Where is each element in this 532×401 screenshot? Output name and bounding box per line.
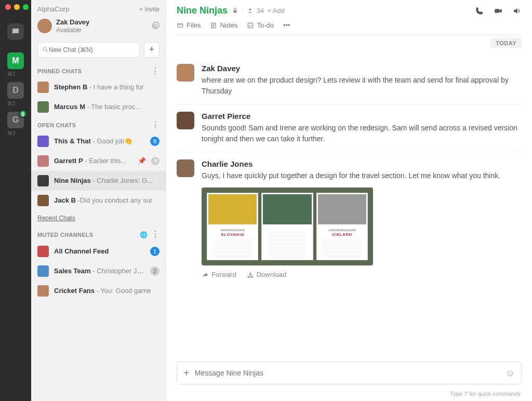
chat-item[interactable]: Nine Ninjas - Charlie Jones: G... [31, 171, 166, 191]
chat-name: Garrett P [54, 157, 83, 165]
chat-item[interactable]: Jack B -Did you conduct any sur [31, 191, 166, 210]
message-text: where are we on the product design? Lets… [202, 75, 522, 97]
chat-name: Sales Team [54, 267, 91, 275]
design-card: LANDMANNALAUGARICELAND [316, 193, 368, 260]
message: Garret PierceSounds good! Sam and Irene … [177, 104, 522, 152]
chat-text: This & That - Good job👏 [54, 137, 145, 145]
attach-icon[interactable]: + [183, 367, 190, 379]
conversation-pane: Nine Ninjas · 34 + Add Files Notes To-do [166, 0, 532, 401]
user-avatar [37, 19, 52, 33]
svg-point-3 [249, 8, 251, 10]
user-status: Available [56, 26, 151, 34]
workspace-shortcut: ⌘1 [7, 71, 24, 77]
attachment-preview[interactable]: TATRA MOUNTAINSSLOVAKIALANDMANNALAUGARIC… [202, 188, 373, 265]
workspace-shortcut: ⌘3 [7, 130, 24, 136]
chat-item[interactable]: Stephen B - I have a thing for [31, 77, 166, 97]
current-user[interactable]: Zak Davey Available [31, 15, 166, 37]
chat-avatar [37, 82, 49, 93]
maximize-window-icon[interactable] [23, 4, 29, 10]
chat-preview: - You: Good game [95, 287, 151, 295]
chat-item[interactable]: Marcus M - The basic proc... [31, 97, 166, 117]
download-button[interactable]: Download [247, 271, 287, 278]
chat-text: Jack B -Did you conduct any sur [54, 196, 159, 204]
message-avatar [177, 112, 194, 129]
tab-files[interactable]: Files [177, 21, 201, 29]
forward-button[interactable]: Forward [202, 271, 236, 278]
new-chat-button[interactable]: + [144, 42, 159, 58]
chat-item[interactable]: Sales Team - Christopher J: d.2 [31, 261, 166, 281]
search-input[interactable] [49, 46, 135, 54]
unread-badge: 8 [150, 137, 159, 146]
tab-todo[interactable]: To-do [247, 21, 274, 29]
chat-item[interactable]: All Channel Feed1 [31, 242, 166, 261]
workspace-g[interactable]: G8 [7, 112, 24, 128]
sidebar: AlphaCorp + Invite Zak Davey Available +… [31, 0, 166, 401]
message-avatar [177, 159, 194, 177]
chat-name: Cricket Fans [54, 287, 95, 295]
globe-icon[interactable]: 🌐 [140, 231, 148, 238]
message-author: Zak Davey [202, 64, 522, 73]
svg-rect-4 [495, 9, 499, 13]
volume-icon[interactable] [512, 6, 522, 16]
chat-home-icon[interactable] [7, 23, 24, 40]
chat-item[interactable]: This & That - Good job👏8 [31, 131, 166, 151]
workspace-shortcut: ⌘2 [7, 101, 24, 106]
message-text: Guys, I have quickly put together a desi… [202, 170, 522, 181]
chat-avatar [37, 101, 49, 113]
emoji-icon[interactable]: ☺ [506, 368, 515, 379]
date-separator: TODAY [490, 38, 522, 48]
muted-menu-icon[interactable]: ⋮ [151, 230, 159, 238]
chat-item[interactable]: Cricket Fans - You: Good game [31, 281, 166, 301]
chat-text: Stephen B - I have a thing for [54, 83, 159, 91]
message-composer[interactable]: + ☺ [177, 362, 522, 384]
svg-rect-11 [248, 23, 253, 28]
chat-text: Garrett P - Earlier this... [54, 157, 132, 165]
chat-preview: - Earlier this... [83, 157, 127, 165]
chat-avatar [37, 246, 49, 257]
window-controls[interactable] [5, 4, 29, 10]
close-window-icon[interactable] [5, 4, 11, 10]
message: Zak Daveywhere are we on the product des… [177, 57, 522, 104]
chat-preview: - Christopher J: d. [91, 267, 145, 275]
message-text: Sounds good! Sam and Irene are working o… [202, 123, 522, 144]
notes-icon [210, 22, 217, 29]
member-count: 34 [257, 7, 264, 15]
pin-icon[interactable]: 📌 [138, 157, 146, 165]
chat-preview: - I have a thing for [87, 83, 143, 91]
open-header: OPEN CHATS [37, 122, 76, 128]
invite-button[interactable]: + Invite [139, 6, 159, 13]
chat-avatar [37, 285, 49, 297]
search-icon [42, 46, 49, 53]
chat-avatar [37, 175, 49, 186]
chat-name: All Channel Feed [54, 247, 109, 255]
chat-item[interactable]: Garrett P - Earlier this...📌✕ [31, 151, 166, 171]
minimize-window-icon[interactable] [14, 4, 20, 10]
composer-hint: Type '/' for quick commands [166, 390, 532, 401]
channel-title[interactable]: Nine Ninjas [177, 5, 228, 16]
workspace-m[interactable]: M [7, 52, 24, 69]
chat-text: Nine Ninjas - Charlie Jones: G... [54, 177, 159, 184]
tab-notes[interactable]: Notes [210, 21, 237, 29]
search-input-wrap[interactable] [37, 42, 140, 58]
chat-text: Sales Team - Christopher J: d. [54, 267, 145, 275]
gear-icon[interactable] [151, 22, 159, 30]
video-icon[interactable] [494, 6, 503, 16]
chat-text: All Channel Feed [54, 247, 145, 255]
user-name: Zak Davey [56, 18, 151, 26]
workspace-d[interactable]: D [7, 82, 24, 99]
add-member-button[interactable]: + Add [267, 7, 285, 15]
recent-chats-link[interactable]: Recent Chats [31, 210, 166, 226]
attachment[interactable]: TATRA MOUNTAINSSLOVAKIALANDMANNALAUGARIC… [202, 188, 373, 278]
message-avatar [177, 64, 194, 82]
message: Charlie JonesGuys, I have quickly put to… [177, 152, 522, 286]
call-icon[interactable] [475, 6, 484, 16]
message-author: Garret Pierce [202, 112, 522, 121]
files-icon [177, 22, 184, 29]
message-author: Charlie Jones [202, 159, 522, 168]
org-name[interactable]: AlphaCorp [37, 5, 69, 13]
chat-text: Cricket Fans - You: Good game [54, 287, 159, 295]
tab-more-icon[interactable]: ••• [283, 21, 290, 29]
close-icon[interactable]: ✕ [151, 157, 159, 165]
chat-name: Marcus M [54, 103, 85, 111]
composer-input[interactable] [195, 369, 506, 377]
